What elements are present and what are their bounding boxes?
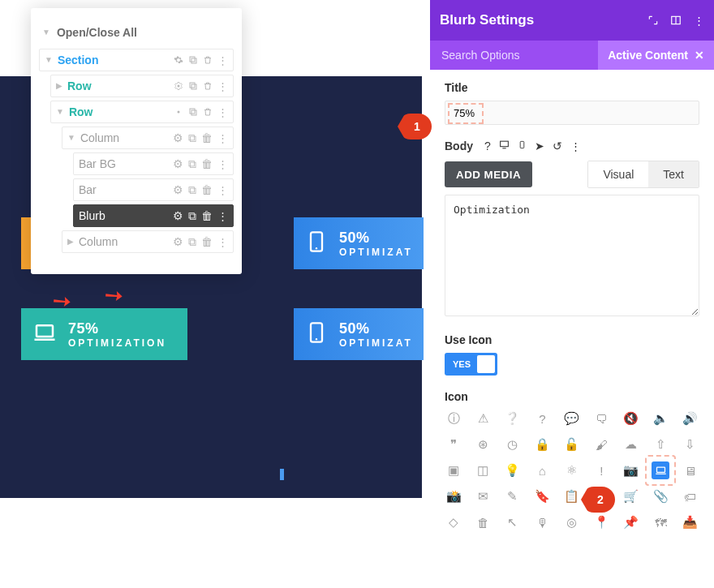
close-icon[interactable]: ✕ [695,49,704,62]
mute-icon[interactable]: 🔇 [622,410,640,427]
tag-icon[interactable]: 🏷 [682,487,699,505]
duplicate-icon[interactable]: ⧉ [188,235,196,249]
body-textarea[interactable] [445,195,699,316]
quote-icon[interactable]: ❞ [445,436,462,453]
phone-icon[interactable] [518,139,527,152]
volume-low-icon[interactable]: 🔈 [652,410,669,427]
compass-icon[interactable]: ◎ [563,513,581,531]
duplicate-icon[interactable]: ⧉ [188,183,196,197]
layer-barbg[interactable]: Bar BG ⚙⧉🗑 [73,152,234,175]
home-icon[interactable]: ⌂ [533,461,551,479]
cursor-icon[interactable]: ➤ [535,139,544,152]
more-icon[interactable] [217,157,228,170]
trash-icon[interactable]: 🗑 [201,157,213,170]
search-options[interactable]: Search Options [441,49,520,62]
bookmark-icon[interactable]: 🔖 [533,487,551,505]
gear-icon[interactable]: ⚙ [173,209,183,222]
more-icon[interactable] [217,183,228,196]
pen-icon[interactable]: ✎ [504,487,522,505]
cursor-icon[interactable]: ↖ [504,513,522,531]
gear-icon[interactable]: ⚙ [173,183,183,196]
gear-icon[interactable]: ⚙ [173,131,183,144]
tag2-icon[interactable]: ◇ [445,513,462,531]
add-media-button[interactable]: ADD MEDIA [445,161,532,187]
trash-icon[interactable]: 🗑 [201,131,213,144]
layer-bar[interactable]: Bar ⚙⧉🗑 [73,178,234,201]
pushpin-icon[interactable]: 📌 [622,513,640,531]
mic-icon[interactable]: 🎙 [533,513,551,531]
layer-section[interactable]: ▼Section [39,49,234,71]
more-icon[interactable] [693,15,704,26]
image-icon[interactable]: ▣ [445,461,462,479]
cart-icon[interactable]: 🛒 [622,487,640,505]
clipboard-icon[interactable]: 📋 [563,487,581,505]
gear-icon[interactable]: ⚙ [173,157,183,170]
undo-icon[interactable]: ↺ [553,139,562,152]
question-icon[interactable]: ? [533,410,551,427]
exclaim-icon[interactable]: ! [592,461,610,479]
duplicate-icon[interactable]: ⧉ [188,157,196,171]
laptop-icon-selected[interactable] [652,461,669,479]
layer-row[interactable]: ▼Row [50,101,234,123]
inbox-icon[interactable]: 📥 [682,513,699,531]
map-icon[interactable]: 🗺 [652,513,669,531]
use-icon-toggle[interactable]: YES [445,353,497,376]
comments-icon[interactable]: 🗨 [592,410,610,427]
info-circle-icon[interactable]: ⓘ [445,410,462,427]
cloud-icon[interactable]: ☁ [622,436,640,453]
tab-visual[interactable]: Visual [588,161,648,187]
layer-column[interactable]: ▶Column ⚙⧉🗑 [62,230,234,253]
bulb-icon[interactable]: 💡 [504,461,522,479]
volume-high-icon[interactable]: 🔊 [682,410,699,427]
more-icon[interactable] [217,131,228,144]
duplicate-icon[interactable]: ⧉ [188,209,196,223]
trash-icon[interactable] [203,81,213,91]
trash-icon[interactable]: 🗑 [201,235,213,248]
desktop-icon[interactable] [499,139,510,152]
monitor-icon[interactable]: 🖥 [682,461,699,479]
more-icon[interactable] [570,139,581,152]
camera2-icon[interactable]: 📸 [445,487,462,505]
more-icon[interactable] [217,235,228,248]
columns-icon[interactable] [670,15,682,26]
help-circle-icon[interactable]: ❔ [504,410,522,427]
expand-icon[interactable] [647,15,659,26]
open-close-all[interactable]: ▼ Open/Close All [39,21,234,49]
layer-row[interactable]: ▶Row [50,75,234,97]
unlock-icon[interactable]: 🔓 [563,436,581,453]
layer-column[interactable]: ▼Column ⚙ ⧉ 🗑 [62,127,234,149]
mail-icon[interactable]: ✉ [474,487,492,505]
duplicate-icon[interactable] [188,81,198,91]
more-icon[interactable] [217,105,228,118]
quote-circle-icon[interactable]: ⊛ [474,436,492,453]
more-icon[interactable] [217,79,228,92]
trash-icon[interactable]: 🗑 [201,209,213,222]
help-icon[interactable]: ? [484,139,491,152]
clock-icon[interactable]: ◷ [504,436,522,453]
trash-icon[interactable] [203,107,213,117]
gear-icon[interactable] [174,81,183,91]
gallery-icon[interactable]: ◫ [474,461,492,479]
layer-blurb-selected[interactable]: Blurb ⚙⧉🗑 [73,204,234,227]
gear-icon[interactable] [174,55,183,65]
sidebar-drag-handle[interactable] [280,469,284,480]
duplicate-icon[interactable] [188,107,198,117]
duplicate-icon[interactable] [188,55,198,65]
trash-icon[interactable]: 🗑 [474,513,492,531]
paperclip-icon[interactable]: 📎 [652,487,669,505]
camera-icon[interactable]: 📷 [622,461,640,479]
active-content-chip[interactable]: Active Content ✕ [598,41,714,70]
tab-text[interactable]: Text [648,161,699,187]
cloud-down-icon[interactable]: ⇩ [682,436,699,453]
duplicate-icon[interactable]: ⧉ [188,131,196,145]
chat-icon[interactable]: 💬 [563,410,581,427]
cloud-up-icon[interactable]: ⇧ [652,436,669,453]
gear-icon[interactable]: ⚙ [173,235,183,248]
more-icon[interactable] [217,209,228,222]
atom-icon[interactable]: ⚛ [563,461,581,479]
pin-icon[interactable]: 📍 [592,513,610,531]
trash-icon[interactable] [203,55,213,65]
lock-icon[interactable]: 🔒 [533,436,551,453]
trash-icon[interactable]: 🗑 [201,183,213,196]
gear-icon[interactable] [174,107,183,117]
